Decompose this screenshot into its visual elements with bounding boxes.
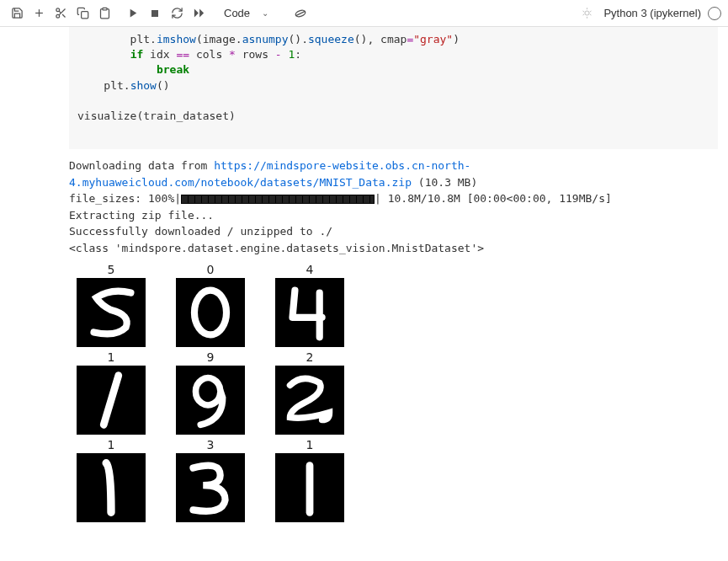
stop-icon[interactable] [145,3,165,24]
subplot-title: 4 [306,263,314,276]
digit-image [275,453,344,522]
output-area: Downloading data from https://mindspore-… [69,158,718,256]
digit-image [275,278,344,347]
add-cell-icon[interactable] [29,3,49,24]
subplot: 9 [168,350,252,435]
matplotlib-figure: 5 0 4 1 [69,263,728,522]
svg-marker-12 [199,9,204,18]
copy-icon[interactable] [72,3,93,24]
digit-image [176,366,245,435]
download-line: Downloading data from https://mindspore-… [69,158,718,190]
digit-image [275,366,344,435]
kernel-status-icon[interactable] [708,7,721,20]
extract-line: Extracting zip file... [69,207,718,224]
svg-line-5 [62,14,65,17]
kernel-name[interactable]: Python 3 (ipykernel) [603,7,701,19]
progress-line: file_sizes: 100%|| 10.8M/10.8M [00:00<00… [69,190,718,207]
progress-bar [181,195,375,204]
svg-point-15 [585,11,589,15]
svg-line-6 [59,11,61,13]
run-all-icon[interactable] [189,3,209,24]
cut-icon[interactable] [50,3,71,24]
svg-point-3 [56,14,59,18]
svg-rect-7 [81,12,88,19]
subplot-title: 1 [108,350,115,364]
success-line: Successfully downloaded / unzipped to ./ [69,223,718,240]
class-repr-line: <class 'mindspore.dataset.engine.dataset… [69,240,718,257]
subplot: 3 [168,438,252,522]
subplot: 1 [69,438,153,522]
bug-icon[interactable] [577,3,597,24]
notebook-toolbar: Code ⌄ Python 3 (ipykernel) [0,0,728,27]
restart-icon[interactable] [167,3,187,24]
subplot: 4 [268,263,352,347]
svg-point-2 [56,8,59,12]
subplot: 1 [268,438,352,522]
cell-type-label: Code [224,7,250,19]
svg-point-16 [194,291,226,335]
subplot-title: 3 [207,438,215,451]
notebook-content: plt.imshow(image.asnumpy().squeeze(), cm… [0,27,728,522]
command-palette-icon[interactable] [290,3,311,24]
subplot: 2 [268,350,352,435]
svg-marker-11 [194,9,198,18]
subplot-title: 1 [306,438,314,451]
subplot-title: 0 [207,263,215,276]
digit-image [176,453,245,522]
digit-image [176,278,245,347]
chevron-down-icon: ⌄ [262,8,268,18]
subplot: 1 [69,350,153,435]
svg-rect-10 [151,10,158,17]
paste-icon[interactable] [94,3,114,24]
code-cell[interactable]: plt.imshow(image.asnumpy().squeeze(), cm… [69,27,718,149]
subplot-title: 2 [306,350,314,364]
subplot-title: 9 [207,350,215,364]
digit-image [77,366,146,435]
svg-rect-8 [103,8,107,10]
svg-marker-9 [130,9,136,18]
cell-type-dropdown[interactable]: Code ⌄ [217,5,284,21]
subplot-title: 1 [108,438,115,451]
digit-image [77,453,146,522]
subplot: 5 [69,263,153,347]
run-icon[interactable] [123,3,143,24]
subplot-title: 5 [108,263,115,276]
save-icon[interactable] [7,3,27,24]
subplot: 0 [168,263,252,347]
digit-image [77,278,146,347]
